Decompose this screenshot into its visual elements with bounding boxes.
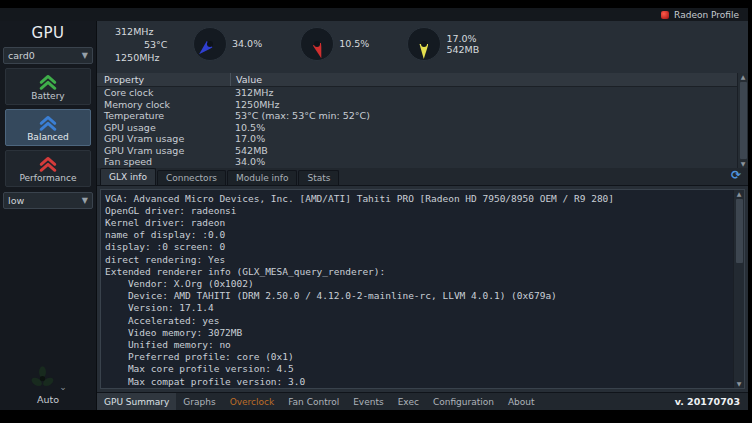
- power-profile-button[interactable]: Balanced: [5, 109, 91, 146]
- scroll-down-icon[interactable]: ▼: [737, 380, 742, 388]
- temperature-readout: 53°C: [144, 39, 167, 50]
- info-tab-label: GLX info: [109, 172, 147, 182]
- profile-buttons: Battery Balanced: [5, 64, 91, 187]
- glx-info-line: name of display: :0.0: [105, 229, 733, 241]
- glx-info-line: VGA: Advanced Micro Devices, Inc. [AMD/A…: [105, 193, 733, 205]
- window-title: Radeon Profile: [674, 10, 739, 20]
- chevron-down-icon: ▼: [82, 51, 88, 60]
- power-profile-button[interactable]: Battery: [5, 68, 91, 105]
- property-name: GPU usage: [97, 122, 230, 133]
- table-row: Core clock 312MHz: [97, 87, 737, 99]
- refresh-icon: ⟳: [731, 168, 741, 182]
- scroll-up-icon[interactable]: ▲: [737, 190, 742, 198]
- bottom-tab[interactable]: Fan Control: [281, 393, 346, 410]
- bottom-tab[interactable]: Overclock: [223, 393, 282, 410]
- bottom-tab[interactable]: About: [501, 393, 542, 410]
- chevron-down-icon[interactable]: ⌄: [59, 383, 67, 392]
- property-name: Fan speed: [97, 156, 230, 167]
- glx-info-line: Max core profile version: 4.5: [105, 363, 733, 375]
- version-label: v. 20170703: [675, 396, 740, 407]
- property-name: Memory clock: [97, 99, 230, 110]
- properties-table-header: Property Value: [97, 73, 737, 87]
- gpu-label: GPU: [31, 24, 64, 42]
- info-tab[interactable]: GLX info: [100, 168, 156, 185]
- scroll-down-icon[interactable]: ▼: [741, 160, 746, 168]
- property-name: GPU Vram usage: [97, 133, 230, 144]
- scrollbar-thumb[interactable]: [736, 199, 743, 263]
- glx-info-line: Kernel driver: radeon: [105, 217, 733, 229]
- table-row: GPU Vram usage 542MB: [97, 145, 737, 157]
- core-clock-readout: 312MHz: [115, 26, 153, 37]
- bottom-tab-label: Graphs: [183, 397, 215, 407]
- gauge-value: 10.5%: [339, 38, 369, 50]
- chevron-down-icon: ▼: [82, 196, 88, 205]
- glx-info-line: Version: 17.1.4: [105, 302, 733, 314]
- table-row: GPU usage 10.5%: [97, 122, 737, 134]
- table-row: Temperature 53°C (max: 53°C min: 52°C): [97, 110, 737, 122]
- glx-info-line: display: :0 screen: 0: [105, 241, 733, 253]
- property-value: 17.0%: [230, 133, 737, 144]
- info-tab-label: Connectors: [166, 173, 217, 183]
- property-name: Temperature: [97, 110, 230, 121]
- fan-icon[interactable]: [29, 365, 56, 392]
- refresh-button[interactable]: ⟳: [728, 168, 744, 183]
- property-name: GPU Vram usage: [97, 145, 230, 156]
- table-row: Memory clock 1250MHz: [97, 99, 737, 111]
- gauge-dial: [407, 27, 441, 61]
- scroll-up-icon[interactable]: ▲: [741, 73, 746, 81]
- bottom-tab-label: GPU Summary: [104, 397, 169, 407]
- property-value: 10.5%: [230, 122, 737, 133]
- gauge: 10.5%: [300, 27, 369, 61]
- card-select-value: card0: [8, 50, 35, 61]
- glx-info-line: Vendor: X.Org (0x1002): [105, 278, 733, 290]
- bottom-tab-label: About: [508, 397, 535, 407]
- glx-info-line: Extended renderer info (GLX_MESA_query_r…: [105, 266, 733, 278]
- info-tab[interactable]: Connectors: [157, 170, 226, 185]
- glx-info-line: direct rendering: Yes: [105, 254, 733, 266]
- card-select[interactable]: card0 ▼: [3, 47, 93, 64]
- scrollbar-thumb[interactable]: [740, 82, 747, 159]
- power-profile-label: Performance: [19, 173, 76, 183]
- gauge-hub: [207, 41, 213, 47]
- info-tab-label: Stats: [307, 173, 330, 183]
- content-area: 312MHz 53°C 1250MHz: [97, 21, 748, 410]
- main-window: GPU card0 ▼ Battery: [0, 21, 748, 410]
- property-value: 1250MHz: [230, 99, 737, 110]
- power-profile-label: Battery: [31, 91, 64, 101]
- property-column-header: Property: [97, 74, 230, 85]
- info-tab[interactable]: Module info: [227, 170, 297, 185]
- glx-info-panel: VGA: Advanced Micro Devices, Inc. [AMD/A…: [100, 189, 745, 390]
- bottom-tab[interactable]: Configuration: [426, 393, 501, 410]
- double-chevron-up-icon: [36, 155, 60, 172]
- power-level-value: low: [8, 195, 24, 206]
- glx-info-text: VGA: Advanced Micro Devices, Inc. [AMD/A…: [101, 190, 733, 389]
- bottom-tab[interactable]: Events: [346, 393, 390, 410]
- gauge: 17.0% 542MB: [407, 27, 479, 61]
- table-scrollbar[interactable]: ▲ ▼: [737, 73, 748, 168]
- info-tab-label: Module info: [236, 173, 288, 183]
- glx-info-line: Max compat profile version: 3.0: [105, 376, 733, 388]
- info-tab-bar: GLX info Connectors Module info Stats: [97, 168, 748, 186]
- fan-mode-label: Auto: [37, 394, 59, 405]
- bottom-tab[interactable]: GPU Summary: [97, 393, 176, 410]
- property-value: 542MB: [230, 145, 737, 156]
- bottom-tab[interactable]: Graphs: [176, 393, 222, 410]
- property-name: Core clock: [97, 87, 230, 98]
- glx-info-line: Device: AMD TAHITI (DRM 2.50.0 / 4.12.0-…: [105, 290, 733, 302]
- property-value: 312MHz: [230, 87, 737, 98]
- double-chevron-up-icon: [36, 73, 60, 90]
- bottom-tab[interactable]: Exec: [391, 393, 426, 410]
- info-tab[interactable]: Stats: [298, 170, 339, 185]
- bottom-tab-label: Fan Control: [288, 397, 339, 407]
- titlebar: Radeon Profile: [0, 8, 748, 21]
- power-profile-label: Balanced: [27, 132, 69, 142]
- bottom-tab-label: Exec: [398, 397, 419, 407]
- gauge-dial: [300, 27, 334, 61]
- glx-info-line: Unified memory: no: [105, 339, 733, 351]
- glx-scrollbar[interactable]: ▲ ▼: [733, 190, 744, 389]
- bottom-tab-label: Events: [353, 397, 383, 407]
- table-row: Fan speed 34.0%: [97, 156, 737, 168]
- sidebar: GPU card0 ▼ Battery: [0, 21, 97, 410]
- power-profile-button[interactable]: Performance: [5, 150, 91, 187]
- power-level-select[interactable]: low ▼: [3, 192, 93, 209]
